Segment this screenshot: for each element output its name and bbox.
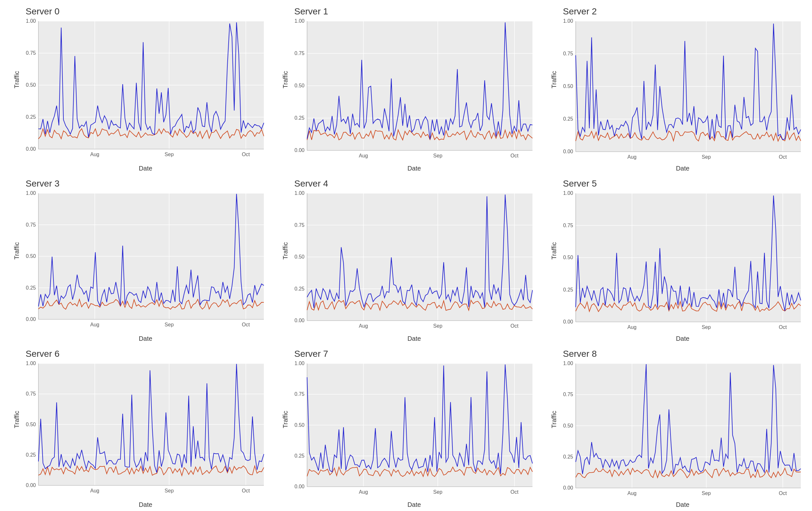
x-axis-label-server-6: Date <box>22 501 269 508</box>
svg-text:0.50: 0.50 <box>563 255 573 260</box>
svg-text:Sep: Sep <box>702 490 711 496</box>
chart-svg-container-server-2: 0.000.250.500.751.00 AugSepOct <box>560 18 806 164</box>
chart-svg-container-server-6: 0.000.250.500.751.00 AugSepOct <box>22 360 269 501</box>
svg-text:1.00: 1.00 <box>295 190 304 196</box>
chart-cell-server-3: Server 3Traffic 0.000.250.500.751.00 Aug… <box>3 175 272 345</box>
svg-text:1.00: 1.00 <box>563 190 573 196</box>
x-axis-label-server-3: Date <box>22 335 269 342</box>
y-axis-label-server-3: Traffic <box>13 242 21 260</box>
chart-svg-container-server-3: 0.000.250.500.751.00 AugSepOct <box>22 190 269 334</box>
svg-text:1.00: 1.00 <box>26 190 36 196</box>
svg-text:0.00: 0.00 <box>563 485 573 490</box>
svg-text:Sep: Sep <box>165 152 174 157</box>
svg-text:Aug: Aug <box>628 154 637 160</box>
svg-text:0.25: 0.25 <box>563 287 573 293</box>
chart-title-server-4: Server 4 <box>291 179 537 189</box>
svg-text:0.25: 0.25 <box>295 286 304 292</box>
svg-text:1.00: 1.00 <box>26 361 36 366</box>
x-axis-label-server-2: Date <box>560 165 806 172</box>
svg-text:Oct: Oct <box>242 322 250 327</box>
svg-text:0.25: 0.25 <box>563 116 573 122</box>
svg-text:Oct: Oct <box>511 323 518 329</box>
x-axis-label-server-7: Date <box>291 501 537 508</box>
x-axis-label-server-1: Date <box>291 165 537 172</box>
chart-cell-server-5: Server 5Traffic 0.000.250.500.751.00 Aug… <box>541 175 809 345</box>
svg-text:0.75: 0.75 <box>295 391 304 397</box>
svg-text:Aug: Aug <box>90 322 99 327</box>
svg-text:0.25: 0.25 <box>26 452 36 457</box>
svg-text:0.25: 0.25 <box>295 453 304 458</box>
svg-text:1.00: 1.00 <box>26 18 36 24</box>
svg-text:Sep: Sep <box>433 323 442 329</box>
svg-text:Aug: Aug <box>90 488 99 493</box>
chart-title-server-2: Server 2 <box>560 6 806 17</box>
chart-svg-container-server-8: 0.000.250.500.751.00 AugSepOct <box>560 360 806 501</box>
chart-title-server-5: Server 5 <box>560 179 806 189</box>
svg-text:0.25: 0.25 <box>295 115 304 121</box>
svg-text:Oct: Oct <box>511 489 518 495</box>
y-axis-label-server-7: Traffic <box>282 411 289 428</box>
chart-cell-server-8: Server 8Traffic 0.000.250.500.751.00 Aug… <box>541 345 809 511</box>
x-axis-label-server-5: Date <box>560 335 806 342</box>
svg-text:0.00: 0.00 <box>26 146 36 152</box>
x-axis-label-server-8: Date <box>560 501 806 508</box>
svg-text:0.00: 0.00 <box>563 319 573 325</box>
svg-text:Oct: Oct <box>511 153 518 158</box>
chart-grid: Server 0Traffic 0.000.250.500.751.00 Aug… <box>0 0 812 511</box>
svg-text:Oct: Oct <box>779 490 787 496</box>
chart-title-server-6: Server 6 <box>22 349 269 359</box>
svg-text:Oct: Oct <box>779 325 787 330</box>
svg-text:0.75: 0.75 <box>295 222 304 228</box>
svg-text:0.75: 0.75 <box>563 392 573 397</box>
svg-text:Aug: Aug <box>359 489 368 495</box>
svg-text:1.00: 1.00 <box>295 361 304 366</box>
svg-text:0.25: 0.25 <box>26 114 36 120</box>
x-axis-label-server-4: Date <box>291 335 537 342</box>
svg-text:0.25: 0.25 <box>563 454 573 459</box>
y-axis-label-server-1: Traffic <box>282 71 289 88</box>
svg-text:1.00: 1.00 <box>563 361 573 366</box>
svg-text:Sep: Sep <box>433 489 442 495</box>
x-axis-label-server-0: Date <box>22 165 269 172</box>
svg-text:0.50: 0.50 <box>26 82 36 88</box>
svg-text:1.00: 1.00 <box>563 18 573 24</box>
svg-text:0.50: 0.50 <box>295 254 304 260</box>
svg-text:1.00: 1.00 <box>295 18 304 24</box>
chart-cell-server-0: Server 0Traffic 0.000.250.500.751.00 Aug… <box>3 3 272 175</box>
svg-text:Aug: Aug <box>628 325 637 330</box>
svg-text:0.75: 0.75 <box>26 391 36 396</box>
chart-cell-server-7: Server 7Traffic 0.000.250.500.751.00 Aug… <box>272 345 541 511</box>
svg-text:0.50: 0.50 <box>563 423 573 428</box>
svg-text:Sep: Sep <box>433 153 442 158</box>
chart-svg-container-server-1: 0.000.250.500.751.00 AugSepOct <box>291 18 537 164</box>
chart-svg-container-server-4: 0.000.250.500.751.00 AugSepOct <box>291 190 537 334</box>
chart-cell-server-6: Server 6Traffic 0.000.250.500.751.00 Aug… <box>3 345 272 511</box>
svg-text:Sep: Sep <box>165 322 174 327</box>
chart-title-server-3: Server 3 <box>22 179 269 189</box>
svg-text:0.75: 0.75 <box>295 51 304 56</box>
svg-text:0.00: 0.00 <box>563 149 573 154</box>
chart-svg-container-server-0: 0.000.250.500.751.00 AugSepOct <box>22 18 269 164</box>
svg-text:Aug: Aug <box>628 490 637 496</box>
svg-text:0.00: 0.00 <box>26 317 36 322</box>
svg-text:0.75: 0.75 <box>26 50 36 56</box>
svg-text:0.50: 0.50 <box>295 422 304 428</box>
svg-text:0.75: 0.75 <box>563 223 573 228</box>
chart-title-server-8: Server 8 <box>560 349 806 359</box>
y-axis-label-server-5: Traffic <box>550 242 558 260</box>
svg-text:0.00: 0.00 <box>295 318 304 323</box>
svg-text:Aug: Aug <box>359 153 368 158</box>
svg-text:Oct: Oct <box>242 152 250 157</box>
svg-text:Aug: Aug <box>359 323 368 329</box>
svg-text:0.50: 0.50 <box>26 253 36 259</box>
svg-text:0.00: 0.00 <box>26 483 36 488</box>
chart-title-server-7: Server 7 <box>291 349 537 359</box>
svg-text:Sep: Sep <box>702 325 711 330</box>
svg-text:Aug: Aug <box>90 152 99 157</box>
y-axis-label-server-4: Traffic <box>282 242 289 260</box>
svg-text:0.25: 0.25 <box>26 285 36 291</box>
svg-text:Sep: Sep <box>165 488 174 493</box>
chart-title-server-1: Server 1 <box>291 6 537 17</box>
chart-cell-server-4: Server 4Traffic 0.000.250.500.751.00 Aug… <box>272 175 541 345</box>
chart-cell-server-1: Server 1Traffic 0.000.250.500.751.00 Aug… <box>272 3 541 175</box>
